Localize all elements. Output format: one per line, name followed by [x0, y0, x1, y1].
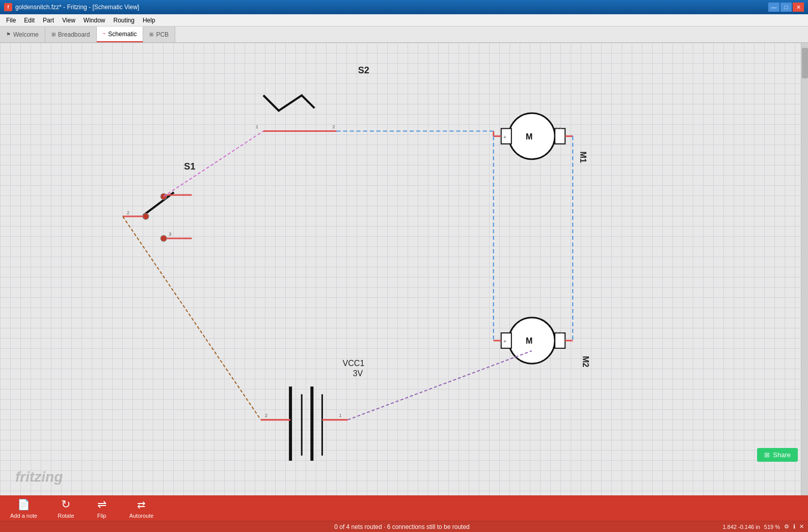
- menu-part[interactable]: Part: [39, 14, 58, 26]
- window-controls[interactable]: — □ ✕: [768, 3, 804, 12]
- schematic-canvas[interactable]: S2 1 2 S1 2 3: [0, 43, 808, 495]
- svg-point-11: [160, 235, 167, 241]
- window-title: goldensnitch.fzz* - Fritzing - [Schemati…: [15, 4, 768, 11]
- ratsnest-s1-s2: [164, 131, 263, 196]
- maximize-button[interactable]: □: [780, 3, 792, 12]
- tab-welcome[interactable]: ⚑ Welcome: [0, 26, 45, 42]
- s2-component-label: S2: [358, 65, 369, 75]
- vcc1-component[interactable]: 2 1 VCC1 3V: [261, 358, 364, 461]
- svg-text:1: 1: [256, 124, 258, 129]
- svg-rect-26: [555, 333, 565, 348]
- menu-routing[interactable]: Routing: [110, 14, 139, 26]
- share-label: Share: [773, 451, 791, 459]
- close-button[interactable]: ✕: [793, 3, 804, 12]
- s2-component[interactable]: 1 2: [256, 95, 335, 131]
- menu-help[interactable]: Help: [139, 14, 159, 26]
- ratsnest-battery-m2: [348, 351, 532, 420]
- bottom-toolbar: 📄 Add a note ↻ Rotate ⇌ Flip ⇄ Autoroute: [0, 495, 808, 521]
- add-note-button[interactable]: 📄 Add a note: [10, 497, 37, 519]
- svg-text:3: 3: [169, 232, 171, 237]
- share-button[interactable]: ⊞ Share: [757, 448, 798, 462]
- rotate-button[interactable]: ↻ Rotate: [58, 497, 74, 519]
- svg-text:M1: M1: [579, 152, 588, 163]
- svg-point-9: [143, 213, 149, 219]
- menu-view[interactable]: View: [58, 14, 79, 26]
- svg-text:∿∿: ∿∿: [555, 330, 562, 335]
- zoom-display: 519 %: [764, 524, 780, 530]
- tab-pcb-label: PCB: [156, 31, 169, 38]
- svg-text:+: +: [503, 134, 506, 140]
- statusbar-message: 0 of 4 nets routed · 6 connections still…: [201, 523, 603, 530]
- svg-text:2: 2: [332, 124, 335, 129]
- pcb-icon: ⊞: [149, 32, 153, 37]
- app-icon: f: [4, 3, 12, 11]
- svg-text:2: 2: [265, 413, 267, 418]
- minimize-button[interactable]: —: [768, 3, 779, 12]
- svg-rect-17: [555, 128, 565, 144]
- scrollbar-right[interactable]: [801, 43, 808, 495]
- titlebar: f goldensnitch.fzz* - Fritzing - [Schema…: [0, 0, 808, 14]
- menubar: File Edit Part View Window Routing Help: [0, 14, 808, 26]
- flip-icon: ⇌: [95, 497, 109, 512]
- autoroute-button[interactable]: ⇄ Autoroute: [129, 497, 154, 519]
- svg-text:VCC1: VCC1: [343, 358, 365, 368]
- s1-component[interactable]: S1 2 3: [123, 161, 196, 242]
- statusbar-right: 1.842 -0.146 in 519 % ⚙ ℹ ✕: [603, 523, 809, 530]
- flip-button[interactable]: ⇌ Flip: [95, 497, 109, 519]
- settings-icon[interactable]: ⚙: [784, 523, 789, 530]
- share-icon: ⊞: [764, 451, 770, 459]
- svg-text:1: 1: [339, 413, 342, 418]
- svg-text:∿∿: ∿∿: [555, 126, 562, 130]
- m1-component[interactable]: M + ∿∿ M1: [494, 113, 588, 163]
- info-icon[interactable]: ℹ: [793, 523, 795, 530]
- rotate-label: Rotate: [58, 513, 74, 519]
- ratsnest-s1-battery: [123, 216, 261, 420]
- close-status-icon[interactable]: ✕: [799, 523, 804, 530]
- menu-edit[interactable]: Edit: [20, 14, 39, 26]
- statusbar: 0 of 4 nets routed · 6 connections still…: [0, 521, 808, 532]
- autoroute-icon: ⇄: [134, 497, 148, 512]
- menu-window[interactable]: Window: [79, 14, 110, 26]
- svg-text:+: +: [503, 338, 506, 344]
- tab-schematic[interactable]: ~ Schematic: [97, 26, 144, 42]
- tab-breadboard-label: Breadboard: [58, 31, 90, 38]
- welcome-icon: ⚑: [6, 32, 11, 37]
- scroll-thumb[interactable]: [802, 48, 808, 78]
- schematic-icon: ~: [103, 31, 106, 37]
- tab-pcb[interactable]: ⊞ PCB: [143, 26, 175, 42]
- svg-text:S1: S1: [184, 161, 195, 172]
- menu-file[interactable]: File: [2, 14, 20, 26]
- svg-text:M: M: [526, 132, 532, 141]
- tab-breadboard[interactable]: ⊞ Breadboard: [45, 26, 97, 42]
- canvas-area[interactable]: S2 1 2 S1 2 3: [0, 43, 808, 495]
- svg-text:M2: M2: [581, 356, 590, 367]
- svg-text:2: 2: [127, 210, 129, 215]
- svg-text:M: M: [526, 336, 532, 345]
- autoroute-label: Autoroute: [129, 513, 154, 519]
- add-note-icon: 📄: [17, 497, 31, 512]
- svg-text:3V: 3V: [353, 369, 363, 378]
- flip-label: Flip: [97, 513, 106, 519]
- tab-welcome-label: Welcome: [13, 31, 39, 38]
- coords-display: 1.842 -0.146 in: [722, 524, 760, 530]
- breadboard-icon: ⊞: [51, 32, 56, 37]
- tabbar: ⚑ Welcome ⊞ Breadboard ~ Schematic ⊞ PCB: [0, 26, 808, 43]
- add-note-label: Add a note: [10, 513, 37, 519]
- tab-schematic-label: Schematic: [108, 31, 137, 38]
- svg-line-4: [143, 192, 174, 215]
- rotate-icon: ↻: [59, 497, 73, 512]
